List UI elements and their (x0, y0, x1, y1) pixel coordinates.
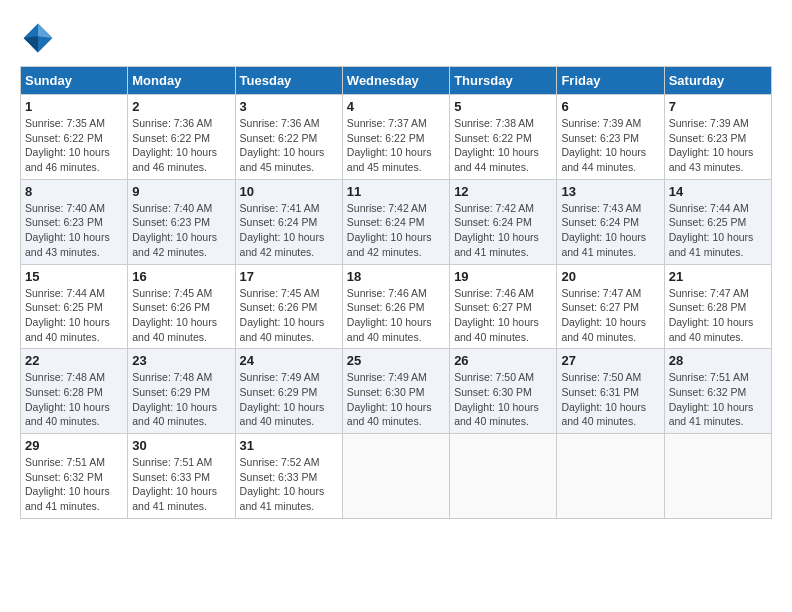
day-number: 23 (132, 353, 230, 368)
page-header (20, 20, 772, 56)
header-saturday: Saturday (664, 67, 771, 95)
calendar-cell: 20Sunrise: 7:47 AMSunset: 6:27 PMDayligh… (557, 264, 664, 349)
calendar-table: SundayMondayTuesdayWednesdayThursdayFrid… (20, 66, 772, 519)
day-number: 5 (454, 99, 552, 114)
day-info: Sunrise: 7:47 AMSunset: 6:27 PMDaylight:… (561, 286, 659, 345)
day-info: Sunrise: 7:51 AMSunset: 6:33 PMDaylight:… (132, 455, 230, 514)
calendar-cell: 23Sunrise: 7:48 AMSunset: 6:29 PMDayligh… (128, 349, 235, 434)
calendar-cell: 6Sunrise: 7:39 AMSunset: 6:23 PMDaylight… (557, 95, 664, 180)
calendar-week-3: 15Sunrise: 7:44 AMSunset: 6:25 PMDayligh… (21, 264, 772, 349)
day-number: 6 (561, 99, 659, 114)
calendar-cell: 21Sunrise: 7:47 AMSunset: 6:28 PMDayligh… (664, 264, 771, 349)
day-number: 17 (240, 269, 338, 284)
calendar-cell: 26Sunrise: 7:50 AMSunset: 6:30 PMDayligh… (450, 349, 557, 434)
calendar-cell: 24Sunrise: 7:49 AMSunset: 6:29 PMDayligh… (235, 349, 342, 434)
day-info: Sunrise: 7:50 AMSunset: 6:30 PMDaylight:… (454, 370, 552, 429)
calendar-cell: 30Sunrise: 7:51 AMSunset: 6:33 PMDayligh… (128, 434, 235, 519)
calendar-cell: 25Sunrise: 7:49 AMSunset: 6:30 PMDayligh… (342, 349, 449, 434)
day-number: 2 (132, 99, 230, 114)
day-number: 14 (669, 184, 767, 199)
day-info: Sunrise: 7:51 AMSunset: 6:32 PMDaylight:… (25, 455, 123, 514)
calendar-week-4: 22Sunrise: 7:48 AMSunset: 6:28 PMDayligh… (21, 349, 772, 434)
day-info: Sunrise: 7:44 AMSunset: 6:25 PMDaylight:… (25, 286, 123, 345)
calendar-cell: 7Sunrise: 7:39 AMSunset: 6:23 PMDaylight… (664, 95, 771, 180)
day-info: Sunrise: 7:48 AMSunset: 6:29 PMDaylight:… (132, 370, 230, 429)
day-number: 10 (240, 184, 338, 199)
day-number: 13 (561, 184, 659, 199)
calendar-cell: 2Sunrise: 7:36 AMSunset: 6:22 PMDaylight… (128, 95, 235, 180)
header-thursday: Thursday (450, 67, 557, 95)
calendar-cell: 1Sunrise: 7:35 AMSunset: 6:22 PMDaylight… (21, 95, 128, 180)
calendar-cell: 3Sunrise: 7:36 AMSunset: 6:22 PMDaylight… (235, 95, 342, 180)
day-info: Sunrise: 7:52 AMSunset: 6:33 PMDaylight:… (240, 455, 338, 514)
day-info: Sunrise: 7:39 AMSunset: 6:23 PMDaylight:… (561, 116, 659, 175)
day-number: 16 (132, 269, 230, 284)
day-info: Sunrise: 7:46 AMSunset: 6:27 PMDaylight:… (454, 286, 552, 345)
day-info: Sunrise: 7:36 AMSunset: 6:22 PMDaylight:… (132, 116, 230, 175)
calendar-cell: 16Sunrise: 7:45 AMSunset: 6:26 PMDayligh… (128, 264, 235, 349)
calendar-cell: 11Sunrise: 7:42 AMSunset: 6:24 PMDayligh… (342, 179, 449, 264)
day-number: 31 (240, 438, 338, 453)
day-number: 3 (240, 99, 338, 114)
header-wednesday: Wednesday (342, 67, 449, 95)
day-info: Sunrise: 7:45 AMSunset: 6:26 PMDaylight:… (240, 286, 338, 345)
day-number: 25 (347, 353, 445, 368)
day-info: Sunrise: 7:50 AMSunset: 6:31 PMDaylight:… (561, 370, 659, 429)
day-number: 24 (240, 353, 338, 368)
calendar-cell: 22Sunrise: 7:48 AMSunset: 6:28 PMDayligh… (21, 349, 128, 434)
calendar-cell (664, 434, 771, 519)
day-number: 15 (25, 269, 123, 284)
header-friday: Friday (557, 67, 664, 95)
day-info: Sunrise: 7:49 AMSunset: 6:30 PMDaylight:… (347, 370, 445, 429)
day-info: Sunrise: 7:44 AMSunset: 6:25 PMDaylight:… (669, 201, 767, 260)
calendar-cell: 19Sunrise: 7:46 AMSunset: 6:27 PMDayligh… (450, 264, 557, 349)
calendar-cell: 4Sunrise: 7:37 AMSunset: 6:22 PMDaylight… (342, 95, 449, 180)
calendar-cell (557, 434, 664, 519)
calendar-week-5: 29Sunrise: 7:51 AMSunset: 6:32 PMDayligh… (21, 434, 772, 519)
day-info: Sunrise: 7:49 AMSunset: 6:29 PMDaylight:… (240, 370, 338, 429)
day-number: 30 (132, 438, 230, 453)
calendar-week-2: 8Sunrise: 7:40 AMSunset: 6:23 PMDaylight… (21, 179, 772, 264)
day-info: Sunrise: 7:46 AMSunset: 6:26 PMDaylight:… (347, 286, 445, 345)
svg-marker-1 (38, 24, 52, 38)
calendar-cell: 13Sunrise: 7:43 AMSunset: 6:24 PMDayligh… (557, 179, 664, 264)
header-tuesday: Tuesday (235, 67, 342, 95)
calendar-cell: 29Sunrise: 7:51 AMSunset: 6:32 PMDayligh… (21, 434, 128, 519)
day-number: 20 (561, 269, 659, 284)
day-number: 7 (669, 99, 767, 114)
header-sunday: Sunday (21, 67, 128, 95)
calendar-cell: 12Sunrise: 7:42 AMSunset: 6:24 PMDayligh… (450, 179, 557, 264)
day-info: Sunrise: 7:43 AMSunset: 6:24 PMDaylight:… (561, 201, 659, 260)
calendar-week-1: 1Sunrise: 7:35 AMSunset: 6:22 PMDaylight… (21, 95, 772, 180)
calendar-cell: 31Sunrise: 7:52 AMSunset: 6:33 PMDayligh… (235, 434, 342, 519)
day-info: Sunrise: 7:47 AMSunset: 6:28 PMDaylight:… (669, 286, 767, 345)
day-number: 8 (25, 184, 123, 199)
calendar-cell: 8Sunrise: 7:40 AMSunset: 6:23 PMDaylight… (21, 179, 128, 264)
header-monday: Monday (128, 67, 235, 95)
day-number: 29 (25, 438, 123, 453)
logo (20, 20, 60, 56)
day-number: 11 (347, 184, 445, 199)
day-info: Sunrise: 7:51 AMSunset: 6:32 PMDaylight:… (669, 370, 767, 429)
day-info: Sunrise: 7:38 AMSunset: 6:22 PMDaylight:… (454, 116, 552, 175)
calendar-cell: 28Sunrise: 7:51 AMSunset: 6:32 PMDayligh… (664, 349, 771, 434)
day-number: 27 (561, 353, 659, 368)
calendar-cell: 15Sunrise: 7:44 AMSunset: 6:25 PMDayligh… (21, 264, 128, 349)
calendar-cell: 5Sunrise: 7:38 AMSunset: 6:22 PMDaylight… (450, 95, 557, 180)
day-number: 18 (347, 269, 445, 284)
day-number: 4 (347, 99, 445, 114)
day-info: Sunrise: 7:36 AMSunset: 6:22 PMDaylight:… (240, 116, 338, 175)
day-number: 28 (669, 353, 767, 368)
day-info: Sunrise: 7:42 AMSunset: 6:24 PMDaylight:… (347, 201, 445, 260)
logo-icon (20, 20, 56, 56)
day-info: Sunrise: 7:40 AMSunset: 6:23 PMDaylight:… (132, 201, 230, 260)
calendar-header-row: SundayMondayTuesdayWednesdayThursdayFrid… (21, 67, 772, 95)
day-number: 9 (132, 184, 230, 199)
day-info: Sunrise: 7:41 AMSunset: 6:24 PMDaylight:… (240, 201, 338, 260)
calendar-cell (450, 434, 557, 519)
calendar-cell: 14Sunrise: 7:44 AMSunset: 6:25 PMDayligh… (664, 179, 771, 264)
day-number: 21 (669, 269, 767, 284)
svg-marker-2 (24, 36, 38, 52)
calendar-cell (342, 434, 449, 519)
calendar-cell: 18Sunrise: 7:46 AMSunset: 6:26 PMDayligh… (342, 264, 449, 349)
